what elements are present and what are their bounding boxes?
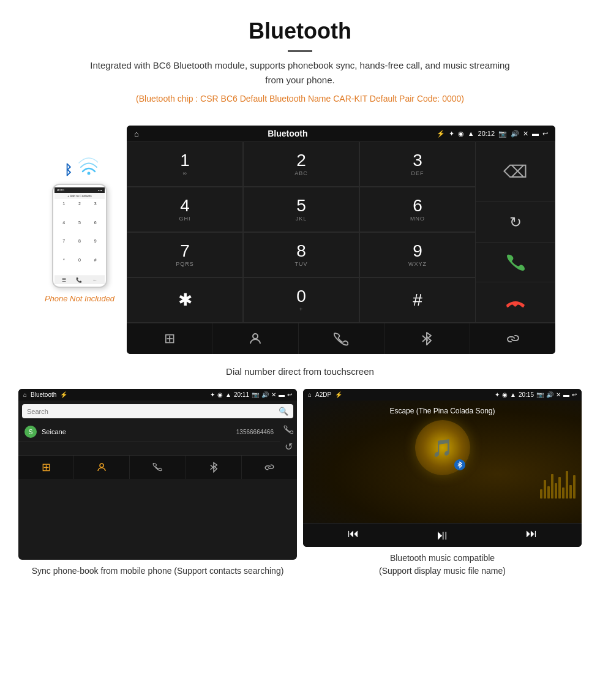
phone-key-8: 8 — [72, 238, 88, 256]
key-0[interactable]: 0+ — [243, 277, 359, 323]
music-close-icon[interactable]: ✕ — [556, 391, 561, 398]
key-5[interactable]: 5JKL — [243, 187, 359, 232]
backspace-button[interactable]: ⌫ — [476, 141, 555, 202]
pb-home-icon[interactable]: ⌂ — [23, 391, 27, 398]
key-star[interactable]: ✱ — [127, 277, 243, 323]
window-icon[interactable]: ▬ — [532, 130, 539, 137]
key-4[interactable]: 4GHI — [127, 187, 243, 232]
key-6[interactable]: 6MNO — [359, 187, 476, 232]
phone-screen: MOTO ●●● + Add to Contacts 1 2 3 4 5 6 7… — [53, 185, 106, 287]
next-button[interactable]: ⏭ — [526, 527, 537, 543]
volume-icon[interactable]: 🔊 — [511, 130, 519, 138]
pb-nav-link[interactable] — [242, 456, 297, 479]
pb-statusbar-left: ⌂ Bluetooth ⚡ — [23, 391, 67, 398]
nav-phone[interactable] — [299, 323, 384, 354]
key-1[interactable]: 1∞ — [127, 141, 243, 187]
call-button[interactable] — [476, 243, 555, 283]
wifi-status-icon: ▲ — [468, 130, 474, 137]
number-grid: 1∞ 2ABC 3DEF 4GHI 5JKL 6MNO 7PQRS 8TUV 9… — [127, 141, 476, 323]
pb-title: Bluetooth — [31, 391, 56, 398]
phone-key-star: * — [56, 257, 72, 275]
pb-window-icon[interactable]: ▬ — [279, 391, 285, 398]
home-icon[interactable]: ⌂ — [134, 129, 139, 138]
eq-bar-4 — [551, 474, 553, 499]
phone-demo: ᛒ MOTO ●●● + Add to Contacts — [45, 150, 114, 304]
pb-nav-bluetooth[interactable] — [186, 456, 242, 479]
nav-contacts[interactable] — [212, 323, 298, 354]
dial-caption: Dial number direct from touchscreen — [0, 366, 600, 377]
phone-key-3: 3 — [88, 200, 103, 219]
redial-button[interactable]: ↻ — [476, 202, 555, 243]
end-call-button[interactable] — [476, 282, 555, 323]
phone-menu-icon: ☰ — [62, 277, 66, 283]
pb-nav-dialpad[interactable]: ⊞ — [18, 456, 74, 479]
key-2[interactable]: 2ABC — [243, 141, 359, 187]
key-9[interactable]: 9WXYZ — [359, 232, 476, 277]
contact-name: Seicane — [42, 428, 236, 435]
music-panel: ⌂ A2DP ⚡ ✦ ◉ ▲ 20:15 📷 🔊 ✕ ▬ ↩ — [303, 389, 582, 578]
play-pause-button[interactable]: ⏯ — [435, 527, 449, 543]
pb-vol-icon[interactable]: 🔊 — [261, 391, 269, 398]
music-bt-icon: ✦ — [495, 391, 500, 398]
contact-row[interactable]: S Seicane 13566664466 — [18, 422, 280, 442]
music-content: Escape (The Pina Colada Song) 🎵 — [303, 401, 582, 523]
phone-key-5: 5 — [72, 219, 88, 238]
pb-loc-icon: ◉ — [217, 391, 223, 398]
statusbar-right: ⚡ ✦ ◉ ▲ 20:12 📷 🔊 ✕ ▬ ↩ — [437, 130, 548, 138]
key-3[interactable]: 3DEF — [359, 141, 476, 187]
contact-avatar: S — [24, 426, 37, 438]
music-controls: ⏮ ⏯ ⏭ — [303, 523, 582, 547]
pb-refresh-icon[interactable]: ↺ — [285, 441, 293, 453]
close-screen-icon[interactable]: ✕ — [523, 130, 528, 138]
key-8[interactable]: 8TUV — [243, 232, 359, 277]
bluetooth-nav-icon — [420, 331, 433, 346]
phone-key-hash: # — [88, 257, 103, 275]
phone-image: MOTO ●●● + Add to Contacts 1 2 3 4 5 6 7… — [52, 184, 107, 288]
music-back-icon[interactable]: ↩ — [572, 391, 577, 398]
page-header: Bluetooth Integrated with BC6 Bluetooth … — [0, 0, 600, 113]
phone-back-icon: ← — [92, 277, 97, 283]
prev-button[interactable]: ⏮ — [348, 527, 359, 543]
pb-contact-list: S Seicane 13566664466 — [18, 422, 280, 455]
eq-bar-6 — [558, 477, 561, 499]
pb-content: S Seicane 13566664466 ↺ — [18, 422, 297, 455]
phone-key-1: 1 — [56, 200, 72, 219]
page-description: Integrated with BC6 Bluetooth module, su… — [86, 58, 514, 88]
phonebook-caption: Sync phone-book from mobile phone (Suppo… — [18, 565, 297, 578]
phone-key-7: 7 — [56, 238, 72, 256]
music-window-icon[interactable]: ▬ — [563, 391, 569, 398]
phone-key-0: 0 — [72, 257, 88, 275]
bluetooth-badge-icon — [457, 461, 463, 469]
key-7[interactable]: 7PQRS — [127, 232, 243, 277]
pb-search-bar[interactable]: 🔍 — [22, 404, 293, 418]
eq-bar-3 — [547, 486, 550, 499]
pb-search-input[interactable] — [27, 408, 279, 415]
pb-back-icon[interactable]: ↩ — [287, 391, 292, 398]
end-call-icon — [505, 296, 526, 309]
car-bottom-nav: ⊞ — [127, 323, 555, 354]
link-icon — [506, 331, 520, 346]
pb-usb-icon: ⚡ — [60, 391, 67, 398]
svg-point-2 — [253, 334, 258, 339]
pb-nav-contacts[interactable] — [74, 456, 130, 479]
nav-settings[interactable] — [470, 323, 555, 354]
nav-dialpad[interactable]: ⊞ — [127, 323, 212, 354]
phone-key-9: 9 — [88, 238, 103, 256]
back-icon[interactable]: ↩ — [542, 130, 548, 138]
music-home-icon[interactable]: ⌂ — [308, 391, 312, 398]
nav-bluetooth[interactable] — [384, 323, 470, 354]
eq-bar-2 — [544, 480, 546, 499]
pb-close-icon[interactable]: ✕ — [271, 391, 276, 398]
pb-wifi-icon: ▲ — [225, 391, 231, 398]
bottom-panels: ⌂ Bluetooth ⚡ ✦ ◉ ▲ 20:11 📷 🔊 ✕ ▬ ↩ — [0, 389, 600, 596]
pb-call-icon[interactable] — [283, 424, 293, 436]
pb-nav-phone[interactable] — [130, 456, 186, 479]
page-title: Bluetooth — [12, 18, 588, 44]
svg-point-3 — [100, 464, 103, 467]
music-equalizer — [540, 468, 576, 499]
eq-bar-10 — [573, 475, 576, 499]
eq-bar-9 — [569, 485, 572, 499]
music-vol-icon[interactable]: 🔊 — [546, 391, 553, 398]
key-hash[interactable]: # — [359, 277, 476, 323]
pb-time: 20:11 — [234, 391, 249, 398]
